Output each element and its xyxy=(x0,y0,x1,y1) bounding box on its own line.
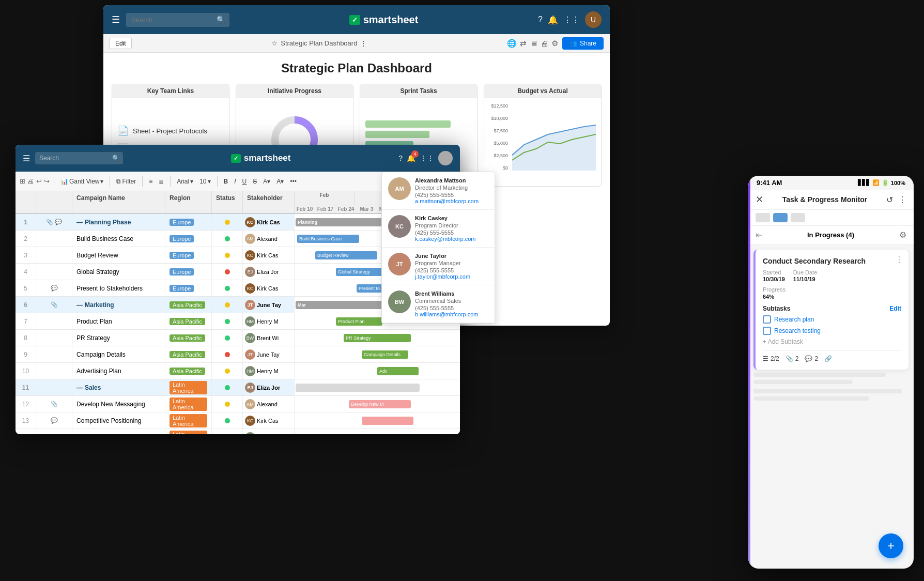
dashboard-notif-icon[interactable]: 🔔 xyxy=(548,15,558,25)
task-started-label: Started xyxy=(763,269,785,276)
row-region-5: Europe xyxy=(165,280,212,296)
stakeholder-name: Alexand xyxy=(257,236,278,242)
filter-dropdown[interactable]: ⧉ Filter xyxy=(114,177,138,186)
row-region-6: Asia Pacific xyxy=(165,297,212,313)
toolbar-separator-5 xyxy=(217,176,218,187)
row-icons-3 xyxy=(36,247,72,263)
checklist-icon: ☰ xyxy=(763,355,768,362)
region-asia-tag: Asia Pacific xyxy=(170,334,205,342)
region-latin-tag: Latin America xyxy=(170,431,207,435)
row-status-3 xyxy=(212,247,243,263)
redo-icon[interactable]: ↪ xyxy=(44,177,50,185)
mobile-close-button[interactable]: ✕ xyxy=(756,194,763,205)
sheet-help-icon[interactable]: ? xyxy=(398,154,403,162)
font-dropdown[interactable]: Arial ▾ xyxy=(175,177,195,186)
dashboard-share-button[interactable]: 👥 Share xyxy=(562,37,604,50)
toolbar-separator-4 xyxy=(170,176,171,187)
task-card-more-button[interactable]: ⋮ xyxy=(895,255,903,265)
row-status-11 xyxy=(212,379,243,395)
sheet-apps-icon[interactable]: ⋮⋮ xyxy=(420,154,434,162)
row-stakeholder-8: BWBrent Wi xyxy=(243,330,295,346)
wifi-icon: 📶 xyxy=(872,179,880,186)
settings-icon[interactable]: ⚙ xyxy=(551,39,558,48)
row-region-10: Asia Pacific xyxy=(165,363,212,379)
row-stakeholder-2: AMAlexand xyxy=(243,231,295,247)
status-dot-green xyxy=(225,286,230,291)
mobile-col-back-icon[interactable]: ⇤ xyxy=(756,230,762,240)
sheet-link-label: Sheet - Project Protocols xyxy=(133,127,207,135)
mobile-fab-button[interactable]: + xyxy=(879,533,903,558)
dashboard-user-avatar[interactable]: U xyxy=(585,11,602,28)
subtasks-edit-button[interactable]: Edit xyxy=(889,305,901,312)
region-asia-tag: Asia Pacific xyxy=(170,318,205,325)
mobile-more-button[interactable]: ⋮ xyxy=(898,195,906,205)
format-right-icon[interactable]: ≣ xyxy=(157,177,166,186)
mobile-col-title: In Progress (4) xyxy=(807,231,854,239)
gantt-bar: Build Business Case xyxy=(297,235,359,243)
gantt-bar: PR Strategy xyxy=(344,334,411,342)
gantt-month-feb: Feb xyxy=(295,191,355,205)
dashboard-search-input[interactable] xyxy=(126,13,229,27)
mobile-col-gear-icon[interactable]: ⚙ xyxy=(899,230,906,240)
filter-label: Filter xyxy=(122,178,136,185)
stakeholder-avatar: HM xyxy=(245,316,255,327)
dashboard-apps-icon[interactable]: ⋮⋮ xyxy=(563,15,580,25)
phase-label: Marketing xyxy=(85,301,114,309)
row-icons-14 xyxy=(36,429,72,434)
strikethrough-button[interactable]: S xyxy=(251,177,259,186)
highlight-button[interactable]: A▾ xyxy=(261,177,272,186)
bold-button[interactable]: B xyxy=(222,177,230,186)
format-left-icon[interactable]: ≡ xyxy=(147,177,155,186)
row-campaign-9: Campaign Details xyxy=(72,346,165,362)
sheet-link-icon: 📄 xyxy=(117,125,129,136)
table-row: 11 —Sales Latin America EJEliza Jor xyxy=(16,379,460,396)
screen-icon[interactable]: 🖥 xyxy=(530,39,537,48)
sheet-user-avatar[interactable] xyxy=(438,151,453,165)
sheet-hamburger-icon[interactable]: ☰ xyxy=(23,154,30,163)
row-icons-6: 📎 xyxy=(36,297,72,313)
size-dropdown[interactable]: 10 ▾ xyxy=(197,177,212,186)
col-header-rownum xyxy=(16,191,36,213)
stakeholder-avatar: KC xyxy=(245,217,255,227)
comment-icon: 💬 xyxy=(55,219,62,225)
contact-name-june: June Taylor xyxy=(415,253,470,259)
row-icons-2 xyxy=(36,231,72,247)
share2-icon[interactable]: ⇄ xyxy=(520,39,527,48)
mobile-tab-3[interactable] xyxy=(791,213,805,222)
contact-photo-kirk: KC xyxy=(388,215,411,238)
row-num-7: 7 xyxy=(16,313,36,329)
subtask-checkbox-1[interactable] xyxy=(763,315,771,324)
mobile-tab-2[interactable] xyxy=(773,213,788,222)
subtask-link-1[interactable]: Research plan xyxy=(774,316,814,323)
dashboard-help-icon[interactable]: ? xyxy=(538,15,543,24)
subtask-link-2[interactable]: Research testing xyxy=(774,327,821,334)
link-item-sheet[interactable]: 📄 Sheet - Project Protocols xyxy=(117,122,224,140)
dashboard-hamburger-icon[interactable]: ☰ xyxy=(112,14,120,25)
sheet-search-input[interactable] xyxy=(35,152,123,164)
row-gantt-10: Adv xyxy=(295,363,460,379)
row-status-5 xyxy=(212,280,243,296)
contact-info-alexandra: Alexandra Mattson Director of Marketing … xyxy=(415,177,479,204)
mobile-refresh-button[interactable]: ↺ xyxy=(886,195,893,205)
print-icon[interactable]: 🖨 xyxy=(541,39,548,48)
sheet-logo: ✓ smartsheet xyxy=(128,153,393,163)
sheet-notif-count: 4 xyxy=(411,150,419,158)
more-formatting-button[interactable]: ••• xyxy=(288,177,299,186)
globe-icon[interactable]: 🌐 xyxy=(507,39,517,48)
text-color-button[interactable]: A▾ xyxy=(274,177,286,186)
add-subtask-button[interactable]: + Add Subtask xyxy=(763,338,901,345)
mobile-tab-1[interactable] xyxy=(756,213,770,222)
sheet-notif-badge[interactable]: 🔔 4 xyxy=(407,154,415,163)
contact-phone-alexandra: (425) 555-5555 xyxy=(415,192,479,198)
task-card: ⋮ Conduct Secondary Research Started 10/… xyxy=(753,250,908,370)
dashboard-edit-button[interactable]: Edit xyxy=(110,38,132,49)
gantt-view-dropdown[interactable]: 📊 Gantt View ▾ xyxy=(58,177,105,186)
subtask-checkbox-2[interactable] xyxy=(763,327,771,335)
underline-button[interactable]: U xyxy=(240,177,249,186)
mobile-time: 9:41 AM xyxy=(757,179,782,187)
svg-marker-3 xyxy=(512,125,596,171)
undo-icon[interactable]: ↩ xyxy=(36,177,42,185)
attachment-icon: 📎 xyxy=(786,355,793,362)
italic-button[interactable]: I xyxy=(232,177,238,186)
row-status-9 xyxy=(212,346,243,362)
